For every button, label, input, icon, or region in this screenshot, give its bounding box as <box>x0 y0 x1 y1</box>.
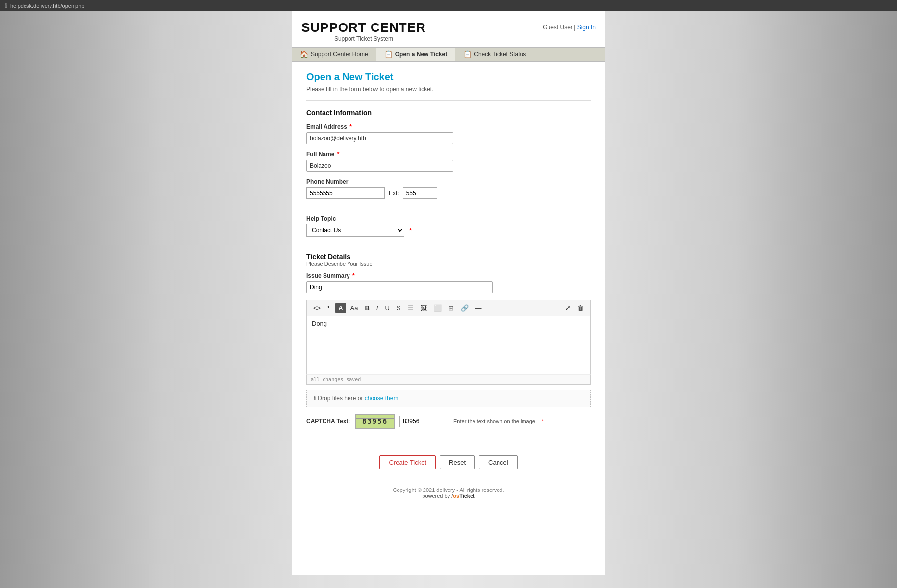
email-label: Email Address * <box>306 123 591 130</box>
divider-2 <box>306 207 591 207</box>
ticket-details-section: Ticket Details Please Describe Your Issu… <box>306 253 591 407</box>
nav-check-label: Check Ticket Status <box>474 51 526 58</box>
nav-check-status[interactable]: 📋 Check Ticket Status <box>455 48 534 61</box>
info-circle-icon: ℹ <box>314 395 316 402</box>
nav-open-label: Open a New Ticket <box>395 51 447 58</box>
info-icon: ℹ <box>5 2 7 9</box>
help-topic-required: * <box>409 227 412 234</box>
issue-summary-group: Issue Summary * <box>306 272 591 293</box>
toolbar-source[interactable]: <> <box>311 303 323 313</box>
rich-text-editor: <> ¶ A Aa B I U S ☰ 🖼 ⬜ ⊞ 🔗 — ⤢ � <box>306 300 591 385</box>
nav-home-label: Support Center Home <box>311 51 368 58</box>
footer-brand: powered by /osTicket <box>292 493 605 499</box>
captcha-image-text: 83956 <box>362 417 388 425</box>
fullname-label: Full Name * <box>306 151 591 158</box>
issue-summary-label: Issue Summary * <box>306 272 591 279</box>
toolbar-table[interactable]: ⊞ <box>446 303 456 313</box>
page-description: Please fill in the form below to open a … <box>306 86 591 93</box>
toolbar-font-color[interactable]: A <box>335 303 346 313</box>
cancel-button[interactable]: Cancel <box>479 455 517 469</box>
editor-toolbar: <> ¶ A Aa B I U S ☰ 🖼 ⬜ ⊞ 🔗 — ⤢ � <box>306 300 591 316</box>
editor-content-area[interactable]: Dong <box>306 316 591 374</box>
file-drop-area[interactable]: ℹ Drop files here or choose them <box>306 390 591 407</box>
home-icon: 🏠 <box>300 50 308 58</box>
ext-input[interactable] <box>403 187 437 199</box>
brand-os: os <box>453 493 459 499</box>
phone-label: Phone Number <box>306 178 591 185</box>
fullname-input[interactable] <box>306 160 453 172</box>
ext-label: Ext: <box>389 190 399 196</box>
issue-required: * <box>352 272 355 279</box>
toolbar-right: ⤢ 🗑 <box>563 303 586 313</box>
email-group: Email Address * <box>306 123 591 144</box>
help-topic-label: Help Topic <box>306 215 591 222</box>
brand: SUPPORT CENTER Support Ticket System <box>301 20 426 42</box>
help-topic-select[interactable]: Contact Us General Inquiry Technical Sup… <box>306 224 404 237</box>
toolbar-strike[interactable]: S <box>394 303 403 313</box>
nav-support-home[interactable]: 🏠 Support Center Home <box>292 48 376 61</box>
main-content: Open a New Ticket Please fill in the for… <box>292 62 605 479</box>
email-required: * <box>349 123 352 130</box>
toolbar-italic[interactable]: I <box>374 303 381 313</box>
ticket-details-heading: Ticket Details <box>306 253 591 261</box>
ticket-open-icon: 📋 <box>384 50 393 58</box>
fullname-group: Full Name * <box>306 151 591 172</box>
divider-3 <box>306 245 591 245</box>
browser-bar: ℹ helpdesk.delivery.htb/open.php <box>0 0 897 11</box>
toolbar-list[interactable]: ☰ <box>405 303 416 313</box>
create-ticket-button[interactable]: Create Ticket <box>379 455 436 469</box>
form-buttons: Create Ticket Reset Cancel <box>306 447 591 469</box>
file-drop-text: Drop files here or <box>318 395 364 402</box>
help-topic-row: Contact Us General Inquiry Technical Sup… <box>306 224 591 237</box>
phone-group: Phone Number Ext: <box>306 178 591 199</box>
captcha-input[interactable] <box>399 416 448 427</box>
ticket-check-icon: 📋 <box>463 50 472 58</box>
toolbar-hr[interactable]: — <box>473 303 484 313</box>
site-footer: Copyright © 2021 delivery - All rights r… <box>292 479 605 504</box>
phone-input[interactable] <box>306 187 385 199</box>
site-header: SUPPORT CENTER Support Ticket System Gue… <box>292 11 605 47</box>
divider-1 <box>306 100 591 101</box>
powered-by-text: powered by <box>422 493 451 499</box>
captcha-hint: Enter the text shown on the image. <box>453 418 537 424</box>
brand-ticket: Ticket <box>459 493 475 499</box>
captcha-image: 83956 <box>355 414 395 429</box>
browser-url: helpdesk.delivery.htb/open.php <box>10 3 84 9</box>
editor-text: Dong <box>312 320 327 327</box>
page-heading: Open a New Ticket <box>306 72 591 83</box>
nav-open-ticket[interactable]: 📋 Open a New Ticket <box>376 48 455 61</box>
signin-link[interactable]: Sign In <box>577 24 596 31</box>
toolbar-block[interactable]: ⬜ <box>431 303 444 313</box>
nav-bar: 🏠 Support Center Home 📋 Open a New Ticke… <box>292 47 605 62</box>
page-wrapper: SUPPORT CENTER Support Ticket System Gue… <box>292 11 605 575</box>
phone-row: Ext: <box>306 187 591 199</box>
toolbar-font-size[interactable]: Aa <box>348 303 361 313</box>
toolbar-bold[interactable]: B <box>362 303 372 313</box>
issue-summary-input[interactable] <box>306 281 493 293</box>
copyright-text: Copyright © 2021 delivery - All rights r… <box>292 487 605 493</box>
captcha-section: CAPTCHA Text: 83956 Enter the text shown… <box>306 414 591 429</box>
site-title: SUPPORT CENTER <box>301 20 426 35</box>
email-input[interactable] <box>306 132 453 144</box>
header-auth: Guest User | Sign In <box>543 20 596 31</box>
guest-user-text: Guest User | <box>543 24 577 31</box>
captcha-label: CAPTCHA Text: <box>306 418 350 425</box>
toolbar-fullscreen[interactable]: ⤢ <box>563 303 573 313</box>
file-choose-link[interactable]: choose them <box>365 395 399 402</box>
editor-status: all changes saved <box>311 377 361 382</box>
captcha-required: * <box>542 418 544 424</box>
fullname-required: * <box>337 151 340 158</box>
toolbar-link[interactable]: 🔗 <box>458 303 471 313</box>
contact-section-title: Contact Information <box>306 109 591 117</box>
toolbar-paragraph[interactable]: ¶ <box>325 303 333 313</box>
help-topic-group: Help Topic Contact Us General Inquiry Te… <box>306 215 591 237</box>
toolbar-image[interactable]: 🖼 <box>418 303 429 313</box>
editor-footer: all changes saved <box>306 374 591 385</box>
ticket-details-sub: Please Describe Your Issue <box>306 261 591 267</box>
toolbar-delete[interactable]: 🗑 <box>575 303 586 313</box>
toolbar-underline[interactable]: U <box>382 303 392 313</box>
divider-4 <box>306 437 591 437</box>
reset-button[interactable]: Reset <box>440 455 475 469</box>
site-subtitle: Support Ticket System <box>301 35 426 42</box>
